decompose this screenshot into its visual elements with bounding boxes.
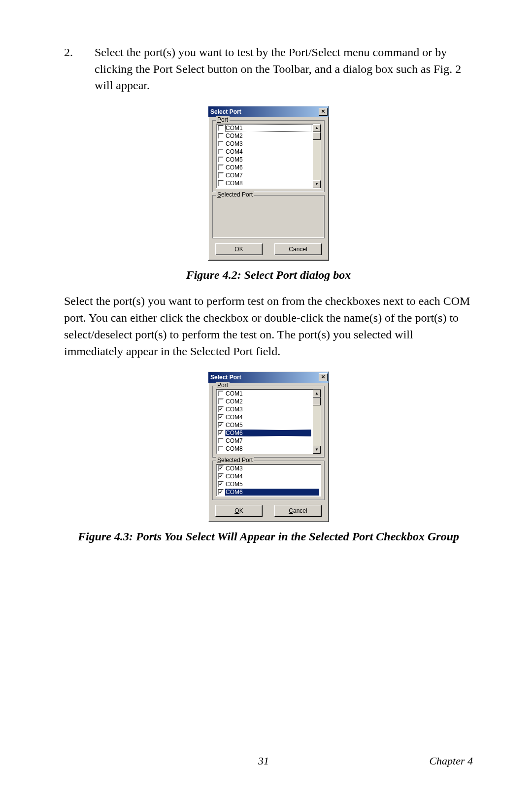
list-item-label: COM5 [225, 422, 311, 429]
figure-4-2-caption: Figure 4.2: Select Port dialog box [64, 268, 473, 282]
list-item-label: COM2 [225, 398, 311, 405]
page-footer: 31 Chapter 4 [0, 755, 532, 767]
checkbox[interactable]: ✓ [218, 473, 224, 479]
dialog-title: Select Port [210, 374, 241, 381]
port-group-label: Port [216, 116, 230, 123]
body-paragraph: Select the port(s) you want to perform t… [64, 293, 473, 360]
step-text: Select the port(s) you want to test by t… [95, 44, 473, 94]
dialog-title: Select Port [210, 108, 241, 115]
list-item[interactable]: COM5 [217, 156, 312, 164]
list-item[interactable]: ✓COM3 [217, 405, 312, 413]
port-listbox[interactable]: COM1COM2✓COM3✓COM4✓COM5✓COM6COM7COM8 ▲ ▼ [216, 389, 321, 454]
close-icon[interactable]: × [319, 108, 328, 116]
figure-4-2: Select Port × Port COM1COM2COM3COM4COM5C… [64, 106, 473, 261]
list-item[interactable]: COM6 [217, 164, 312, 171]
scroll-up-icon[interactable]: ▲ [313, 390, 321, 398]
ok-button[interactable]: OK [215, 243, 263, 255]
port-group-label: Port [216, 382, 230, 389]
list-item[interactable]: COM8 [217, 179, 312, 187]
list-item[interactable]: ✓COM4 [217, 472, 320, 480]
port-group: Port COM1COM2COM3COM4COM5COM6COM7COM8 ▲ … [212, 120, 325, 192]
cancel-button[interactable]: Cancel [274, 505, 322, 517]
titlebar: Select Port × [208, 372, 329, 383]
checkbox[interactable]: ✓ [218, 414, 224, 420]
list-item-label: COM7 [225, 437, 311, 444]
list-item[interactable]: COM2 [217, 398, 312, 405]
checkbox[interactable]: ✓ [218, 489, 224, 495]
checkbox[interactable] [218, 141, 224, 147]
list-item[interactable]: ✓COM5 [217, 421, 312, 429]
list-item[interactable]: COM4 [217, 148, 312, 156]
checkbox[interactable]: ✓ [218, 406, 224, 412]
list-item[interactable]: COM8 [217, 445, 312, 453]
checkbox[interactable] [218, 149, 224, 155]
port-group-rest: ort [221, 116, 228, 123]
scroll-down-icon[interactable]: ▼ [313, 180, 321, 188]
list-item[interactable]: COM7 [217, 171, 312, 179]
select-port-dialog-2: Select Port × Port COM1COM2✓COM3✓COM4✓CO… [208, 371, 329, 522]
page-number: 31 [113, 755, 414, 767]
list-item[interactable]: COM2 [217, 132, 312, 140]
scroll-thumb[interactable] [313, 398, 321, 405]
selected-port-group: Selected Port ✓COM3✓COM4✓COM5✓COM6 [212, 461, 325, 500]
list-item[interactable]: COM1 [217, 124, 312, 132]
list-item-label: COM3 [225, 465, 319, 472]
checkbox[interactable] [218, 157, 224, 163]
step-2: 2. Select the port(s) you want to test b… [64, 44, 473, 94]
scroll-thumb[interactable] [313, 132, 321, 140]
checkbox[interactable] [218, 398, 224, 404]
titlebar: Select Port × [208, 106, 329, 117]
list-item-label: COM8 [225, 445, 311, 452]
figure-4-3: Select Port × Port COM1COM2✓COM3✓COM4✓CO… [64, 371, 473, 522]
selected-port-label: Selected Port [216, 191, 254, 198]
checkbox[interactable] [218, 180, 224, 186]
chapter-label: Chapter 4 [414, 755, 473, 767]
list-item-label: COM6 [225, 489, 319, 496]
checkbox[interactable]: ✓ [218, 465, 224, 471]
checkbox[interactable] [218, 438, 224, 444]
checkbox[interactable] [218, 391, 224, 397]
list-item-label: COM1 [225, 390, 311, 397]
list-item[interactable]: ✓COM5 [217, 480, 320, 488]
list-item[interactable]: ✓COM4 [217, 413, 312, 421]
scroll-up-icon[interactable]: ▲ [313, 124, 321, 132]
list-item-label: COM7 [225, 172, 311, 179]
list-item-label: COM4 [225, 473, 319, 480]
list-item[interactable]: COM7 [217, 437, 312, 445]
scrollbar[interactable]: ▲ ▼ [313, 390, 321, 454]
scroll-down-icon[interactable]: ▼ [313, 446, 321, 454]
list-item[interactable]: ✓COM6 [217, 429, 312, 437]
checkbox[interactable] [218, 125, 224, 131]
selected-port-label: Selected Port [216, 457, 254, 464]
list-item-label: COM6 [225, 164, 311, 171]
list-item[interactable]: COM1 [217, 390, 312, 398]
selected-port-listbox[interactable]: ✓COM3✓COM4✓COM5✓COM6 [216, 464, 321, 497]
select-port-dialog: Select Port × Port COM1COM2COM3COM4COM5C… [208, 106, 329, 261]
checkbox[interactable] [218, 446, 224, 452]
close-icon[interactable]: × [319, 373, 328, 381]
list-item[interactable]: COM3 [217, 140, 312, 148]
list-item[interactable]: ✓COM3 [217, 465, 320, 472]
list-item-label: COM4 [225, 414, 311, 421]
list-item-label: COM6 [225, 430, 311, 436]
selected-port-listbox[interactable] [216, 199, 321, 235]
list-item-label: COM3 [225, 406, 311, 413]
checkbox[interactable]: ✓ [218, 430, 224, 436]
checkbox[interactable] [218, 133, 224, 139]
list-item[interactable]: ✓COM6 [217, 488, 320, 496]
port-group: Port COM1COM2✓COM3✓COM4✓COM5✓COM6COM7COM… [212, 386, 325, 458]
checkbox[interactable] [218, 172, 224, 178]
port-listbox[interactable]: COM1COM2COM3COM4COM5COM6COM7COM8 ▲ ▼ [216, 124, 321, 189]
list-item-label: COM5 [225, 481, 319, 488]
list-item-label: COM1 [225, 125, 311, 132]
figure-4-3-caption: Figure 4.3: Ports You Select Will Appear… [64, 530, 473, 543]
step-number: 2. [64, 44, 95, 61]
list-item-label: COM5 [225, 156, 311, 163]
scrollbar[interactable]: ▲ ▼ [313, 124, 321, 188]
checkbox[interactable] [218, 165, 224, 170]
list-item-label: COM2 [225, 133, 311, 139]
checkbox[interactable]: ✓ [218, 481, 224, 487]
ok-button[interactable]: OK [215, 505, 263, 517]
cancel-button[interactable]: Cancel [274, 243, 322, 255]
checkbox[interactable]: ✓ [218, 422, 224, 428]
